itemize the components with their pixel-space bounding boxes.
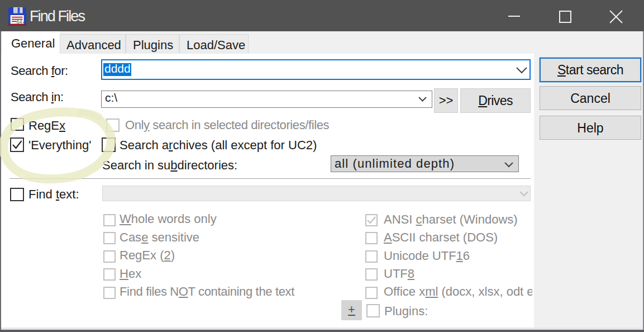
svg-text:64: 64 bbox=[17, 19, 22, 25]
